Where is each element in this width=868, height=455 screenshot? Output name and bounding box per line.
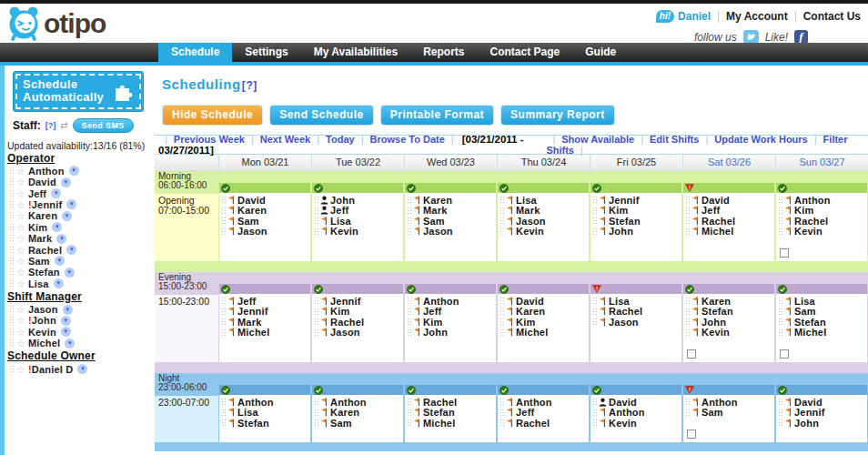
staff-item-sam[interactable]: ☆Sam▼ xyxy=(0,256,155,267)
drag-handle-icon[interactable] xyxy=(778,297,782,305)
assigned-member[interactable]: Anthon xyxy=(407,296,496,307)
staff-item-jason[interactable]: ☆Jason▼ xyxy=(0,304,155,315)
staff-item-kevin[interactable]: ☆Kevin▼ xyxy=(0,327,155,338)
shift-cell-sun-03-27[interactable]: AnthonKimRachelKevin xyxy=(776,183,867,261)
assigned-member[interactable]: Jason xyxy=(314,328,403,339)
chevron-down-icon[interactable]: ▼ xyxy=(63,305,73,315)
assigned-member[interactable]: Michel xyxy=(778,328,867,339)
star-icon[interactable]: ☆ xyxy=(16,268,25,277)
otipo-logo[interactable]: otipo xyxy=(5,5,106,43)
drag-handle-icon[interactable] xyxy=(314,308,318,316)
drag-handle-icon[interactable] xyxy=(314,297,318,305)
assigned-member[interactable]: Karen xyxy=(221,206,310,217)
drag-handle-icon[interactable] xyxy=(314,318,318,326)
staff-options-icon[interactable]: ⇄ xyxy=(60,120,67,130)
drag-handle-icon[interactable] xyxy=(407,196,411,204)
assigned-member[interactable]: Mark xyxy=(500,206,589,217)
assigned-member[interactable]: Rachel xyxy=(314,317,403,328)
star-icon[interactable]: ☆ xyxy=(16,316,25,325)
drag-handle-icon[interactable] xyxy=(778,228,782,236)
drag-handle-icon[interactable] xyxy=(592,207,597,215)
nav-item-contact-page[interactable]: Contact Page xyxy=(478,43,573,62)
assigned-member[interactable]: Rachel xyxy=(592,307,681,318)
assigned-member[interactable]: Jeff xyxy=(221,296,310,307)
shift-cell-tue-03-22[interactable]: JohnJeffLisaKevin xyxy=(312,183,403,261)
drag-handle-icon[interactable] xyxy=(314,217,318,225)
assigned-member[interactable]: Jennif xyxy=(592,195,681,206)
drag-handle-icon[interactable] xyxy=(221,207,226,215)
assigned-member[interactable]: John xyxy=(407,328,496,339)
drag-handle-icon[interactable] xyxy=(221,318,226,326)
drag-handle-icon[interactable] xyxy=(407,409,411,417)
drag-handle-icon[interactable] xyxy=(9,268,14,277)
drag-handle-icon[interactable] xyxy=(685,297,690,305)
drag-handle-icon[interactable] xyxy=(685,318,690,326)
assigned-member[interactable]: Lisa xyxy=(500,195,589,206)
assigned-member[interactable]: Jeff xyxy=(500,408,589,419)
nav-item-reports[interactable]: Reports xyxy=(410,43,477,62)
select-checkbox[interactable] xyxy=(780,349,789,359)
drag-handle-icon[interactable] xyxy=(685,228,690,236)
drag-handle-icon[interactable] xyxy=(314,329,318,337)
summary-report-button[interactable]: Summary Report xyxy=(500,105,615,126)
drag-handle-icon[interactable] xyxy=(314,419,318,427)
chevron-down-icon[interactable]: ▼ xyxy=(77,364,87,374)
shift-cell-thu-03-24[interactable]: DavidKarenKimMichel xyxy=(498,284,589,362)
assigned-member[interactable]: Sam xyxy=(685,408,774,419)
drag-handle-icon[interactable] xyxy=(592,297,597,305)
assigned-member[interactable]: Jeff xyxy=(685,206,774,217)
shift-cell-tue-03-22[interactable]: AnthonKarenSam xyxy=(312,385,403,442)
shift-cell-fri-03-25[interactable]: LisaRachelJason xyxy=(590,284,681,362)
staff-item-mark[interactable]: ☆Mark▼ xyxy=(0,233,155,244)
staff-item-jeff[interactable]: ☆Jeff▼ xyxy=(0,187,155,198)
shift-cell-mon-03-21[interactable]: DavidKarenSamJason xyxy=(219,183,310,261)
user-name-link[interactable]: Daniel xyxy=(678,10,711,23)
assigned-member[interactable]: Michel xyxy=(685,227,774,238)
assigned-member[interactable]: Kim xyxy=(500,317,589,328)
assigned-member[interactable]: John xyxy=(685,317,774,328)
my-account-link[interactable]: My Account xyxy=(726,10,788,23)
assigned-member[interactable]: Stefan xyxy=(592,216,681,227)
drag-handle-icon[interactable] xyxy=(9,177,14,187)
drag-handle-icon[interactable] xyxy=(221,398,226,406)
contact-us-link[interactable]: Contact Us xyxy=(803,10,861,23)
assigned-member[interactable]: Stefan xyxy=(407,408,496,419)
star-icon[interactable]: ☆ xyxy=(16,365,25,374)
drag-handle-icon[interactable] xyxy=(221,308,226,316)
assigned-member[interactable]: John xyxy=(592,227,681,238)
assigned-member[interactable]: Anthon xyxy=(778,195,867,206)
shift-cell-wed-03-23[interactable]: AnthonJeffKimJohn xyxy=(405,284,496,362)
select-checkbox[interactable] xyxy=(780,248,789,258)
twitter-icon[interactable] xyxy=(743,30,759,44)
drag-handle-icon[interactable] xyxy=(9,200,14,209)
chevron-down-icon[interactable]: ▼ xyxy=(66,199,76,209)
drag-handle-icon[interactable] xyxy=(592,318,597,326)
drag-handle-icon[interactable] xyxy=(407,318,411,326)
drag-handle-icon[interactable] xyxy=(9,211,14,220)
shift-cell-tue-03-22[interactable]: JennifKimRachelJason xyxy=(312,284,403,362)
drag-handle-icon[interactable] xyxy=(314,207,318,215)
shift-cell-sat-03-26[interactable]: DavidJeffRachelMichel xyxy=(683,183,774,261)
drag-handle-icon[interactable] xyxy=(778,207,782,215)
staff-item-john[interactable]: ☆!John▼ xyxy=(0,315,155,326)
staff-item-stefan[interactable]: ☆Stefan▼ xyxy=(0,267,155,278)
drag-handle-icon[interactable] xyxy=(407,207,411,215)
drag-handle-icon[interactable] xyxy=(778,409,782,417)
star-icon[interactable]: ☆ xyxy=(16,305,25,314)
drag-handle-icon[interactable] xyxy=(407,308,411,316)
assigned-member[interactable]: Jennif xyxy=(314,296,403,307)
drag-handle-icon[interactable] xyxy=(9,234,14,243)
shift-cell-sat-03-26[interactable]: AnthonSam xyxy=(683,385,774,442)
shift-cell-sat-03-26[interactable]: KarenStefanJohnKevin xyxy=(683,284,774,362)
drag-handle-icon[interactable] xyxy=(221,297,226,305)
assigned-member[interactable]: Rachel xyxy=(407,397,496,408)
drag-handle-icon[interactable] xyxy=(778,196,782,204)
assigned-member[interactable]: Kim xyxy=(407,317,496,328)
chevron-down-icon[interactable]: ▼ xyxy=(52,222,62,232)
assigned-member[interactable]: Stefan xyxy=(778,317,867,328)
assigned-member[interactable]: Jennif xyxy=(221,307,310,318)
drag-handle-icon[interactable] xyxy=(592,308,597,316)
drag-handle-icon[interactable] xyxy=(592,398,597,406)
chevron-down-icon[interactable]: ▼ xyxy=(54,278,64,288)
assigned-member[interactable]: Lisa xyxy=(778,296,867,307)
